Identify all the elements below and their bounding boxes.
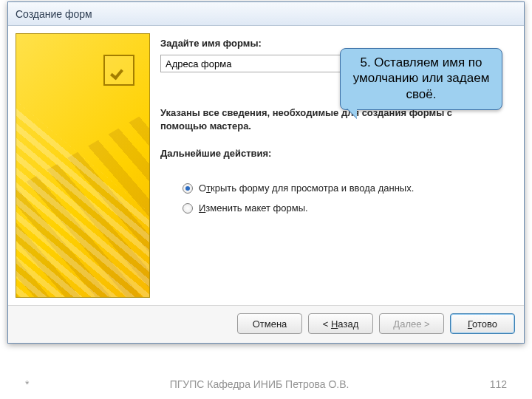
annotation-callout: 5. Оставляем имя по умолчанию или задаем…	[340, 48, 502, 110]
radio-modify-label: Изменить макет формы.	[199, 202, 308, 214]
finish-button[interactable]: Готово	[450, 313, 515, 334]
radio-open-label: Открыть форму для просмотра и ввода данн…	[199, 183, 414, 194]
radio-indicator-icon	[183, 203, 193, 214]
form-name-label: Задайте имя формы:	[160, 38, 516, 49]
footer-right: 112	[490, 378, 507, 390]
radio-group: Открыть форму для просмотра и ввода данн…	[160, 174, 516, 222]
radio-modify-form[interactable]: Изменить макет формы.	[183, 202, 516, 214]
checkmark-icon	[103, 55, 134, 86]
dialog-button-row: Отмена < Назад Далее > Готово	[8, 305, 524, 343]
radio-indicator-icon	[183, 183, 193, 194]
slide-footer: * ПГУПС Кафедра ИНИБ Петрова О.В. 112	[0, 378, 532, 390]
next-button: Далее >	[379, 313, 444, 334]
wizard-side-graphic	[16, 33, 150, 298]
dialog-title-bar: Создание форм	[8, 2, 524, 26]
actions-label: Дальнейшие действия:	[160, 148, 516, 159]
cancel-button[interactable]: Отмена	[237, 313, 302, 334]
dialog-title: Создание форм	[16, 8, 92, 20]
wizard-description: Указаны все сведения, необходимые для со…	[160, 106, 485, 133]
radio-open-form[interactable]: Открыть форму для просмотра и ввода данн…	[183, 183, 516, 194]
footer-center: ПГУПС Кафедра ИНИБ Петрова О.В.	[170, 378, 349, 390]
footer-left: *	[25, 378, 29, 390]
form-name-input[interactable]	[160, 55, 345, 72]
back-button[interactable]: < Назад	[308, 313, 373, 334]
